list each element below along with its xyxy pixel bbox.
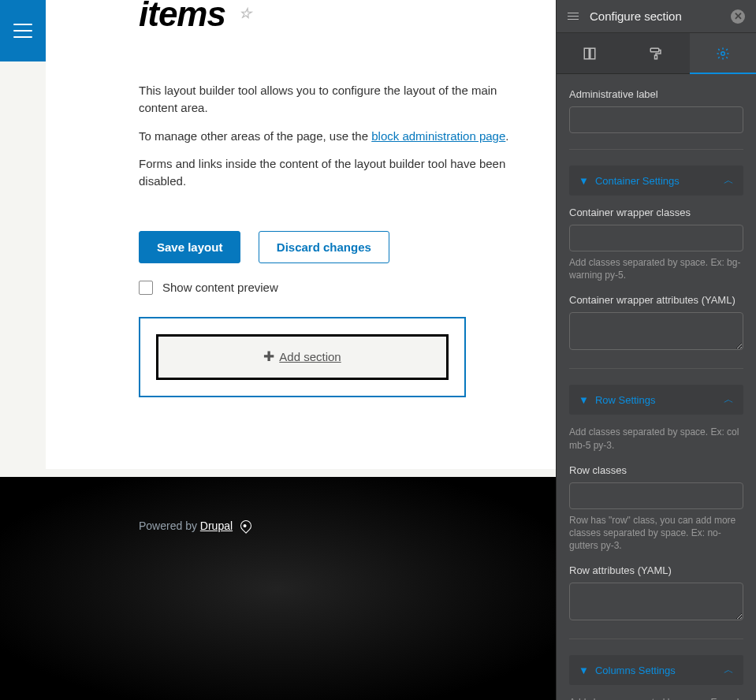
chevron-up-icon: ︿ [724,663,734,677]
action-buttons: Save layout Discard changes [139,231,537,263]
gear-icon [716,47,730,61]
main-content-area: items ☆ This layout builder tool allows … [0,0,556,700]
page-title-text: items [139,0,225,33]
container-settings-accordion[interactable]: ▼ Container Settings ︿ [569,166,743,195]
sliders-icon [568,11,579,22]
footer: Powered by Drupal [0,477,556,700]
container-wrapper-classes-label: Container wrapper classes [569,207,743,218]
container-wrapper-classes-hint: Add classes separated by space. Ex: bg-w… [569,256,743,281]
svg-point-4 [721,51,725,55]
container-wrapper-attr-label: Container wrapper attributes (YAML) [569,294,743,306]
block-admin-link[interactable]: block administration page [371,129,505,143]
drupal-link[interactable]: Drupal [200,519,233,532]
favorite-star-icon[interactable]: ☆ [239,6,251,20]
columns-settings-title: Columns Settings [595,665,676,676]
svg-rect-3 [655,55,657,59]
divider [569,639,743,639]
panel-header: Configure section ✕ [557,0,756,33]
paint-roller-icon [649,47,663,61]
row-attr-input[interactable] [569,583,743,620]
row-attr-label: Row attributes (YAML) [569,564,743,576]
intro-description: This layout builder tool allows you to c… [139,82,537,190]
admin-label-input[interactable] [569,106,743,133]
plus-icon: ✚ [263,348,274,365]
container-settings-title: Container Settings [595,175,680,187]
intro-p2-suffix: . [505,129,508,143]
divider [569,149,743,150]
panel-title: Configure section [590,9,720,23]
intro-p2-prefix: To manage other areas of the page, use t… [139,129,371,143]
add-section-label: Add section [279,350,341,363]
intro-p3: Forms and links inside the content of th… [139,155,537,190]
columns-top-hint: Add classes separated by space. Ex: col … [569,696,743,700]
discard-changes-button[interactable]: Discard changes [259,231,389,263]
chevron-down-icon: ▼ [579,665,589,676]
divider [569,368,743,369]
content-preview-row: Show content preview [139,281,537,295]
close-panel-button[interactable]: ✕ [731,9,745,24]
powered-by-prefix: Powered by [139,519,200,532]
row-classes-hint: Row has "row" class, you can add more cl… [569,514,743,553]
layout-icon [583,47,597,61]
container-wrapper-attr-input[interactable] [569,312,743,350]
row-classes-label: Row classes [569,464,743,476]
svg-rect-0 [584,48,589,59]
tab-layout[interactable] [557,33,623,73]
columns-settings-accordion[interactable]: ▼ Columns Settings ︿ [569,655,743,685]
content-preview-checkbox[interactable] [139,281,153,295]
panel-body: Administrative label ▼ Container Setting… [557,74,756,700]
tab-style[interactable] [623,33,689,73]
admin-label-label: Administrative label [569,88,743,100]
panel-tabs [557,33,756,74]
tab-settings[interactable] [690,33,756,73]
svg-rect-1 [590,48,595,59]
svg-rect-2 [651,48,660,52]
page-title: items ☆ [139,0,537,32]
panel-scroll[interactable]: Administrative label ▼ Container Setting… [557,33,756,700]
chevron-up-icon: ︿ [724,393,734,407]
row-top-hint: Add classes separated by space. Ex: col … [569,426,743,451]
configure-section-panel: Configure section ✕ Administrative label… [556,0,756,700]
container-wrapper-classes-input[interactable] [569,225,743,251]
hamburger-menu-button[interactable] [0,0,46,61]
add-section-button[interactable]: ✚ Add section [156,334,449,380]
chevron-down-icon: ▼ [579,394,589,406]
drupal-icon [238,518,254,534]
row-settings-accordion[interactable]: ▼ Row Settings ︿ [569,385,743,415]
chevron-down-icon: ▼ [579,175,589,187]
layout-region: ✚ Add section [139,317,466,397]
chevron-up-icon: ︿ [724,173,734,188]
intro-p1: This layout builder tool allows you to c… [139,82,537,117]
row-classes-input[interactable] [569,482,743,509]
content-preview-label: Show content preview [162,281,278,294]
layout-builder-region: items ☆ This layout builder tool allows … [46,0,556,469]
row-settings-title: Row Settings [595,394,656,406]
intro-p2: To manage other areas of the page, use t… [139,128,537,145]
save-layout-button[interactable]: Save layout [139,231,240,263]
